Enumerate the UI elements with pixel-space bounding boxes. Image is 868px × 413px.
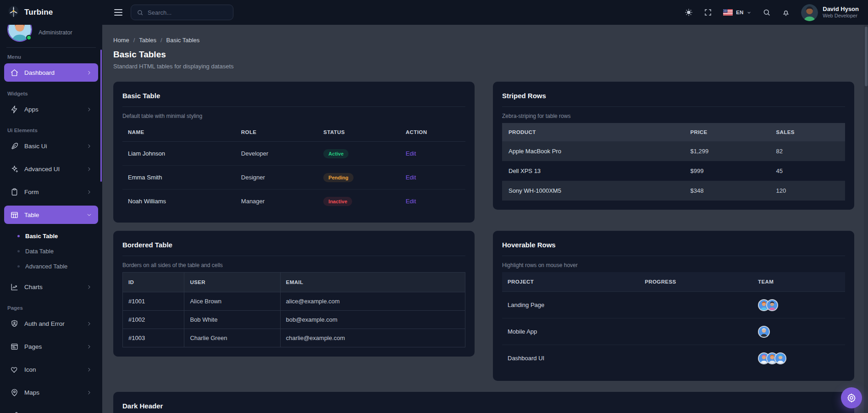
cell-id: #1002 (123, 310, 184, 329)
sidebar-item-auth-and-error[interactable]: Auth and Error (4, 314, 98, 333)
sidebar-divider (6, 47, 96, 48)
cell-team (752, 345, 845, 372)
sidebar-item-dashboard[interactable]: Dashboard (4, 63, 98, 82)
team-avatars (758, 352, 840, 364)
bullet-dot-icon (17, 235, 20, 237)
notifications-bell-icon[interactable] (782, 8, 790, 17)
cell-team (752, 318, 845, 345)
sidebar-scroll-area: Administrator MenuDashboardWidgetsAppsUi… (0, 25, 102, 413)
cell-id: #1001 (123, 292, 184, 310)
breadcrumb-tables[interactable]: Tables (139, 37, 156, 44)
sidebar-subitem-advanced-table[interactable]: Advanced Table (0, 259, 102, 274)
hoverable-table: PROJECT PROGRESS TEAM Landing PageMobile… (502, 272, 845, 372)
sidebar-item-form[interactable]: Form (4, 183, 98, 201)
user-title: Web Developer (823, 13, 859, 19)
col-header-product: PRODUCT (502, 123, 684, 141)
page-title: Basic Tables (113, 50, 854, 60)
team-member-avatar (766, 299, 778, 311)
card-subtitle: Borders on all sides of the table and ce… (122, 262, 465, 268)
app-root: Turbine Administrator MenuDashboardWidge… (0, 0, 868, 413)
sidebar-item-basic-ui[interactable]: Basic Ui (4, 137, 98, 155)
chevron-right-icon (86, 284, 92, 290)
sidebar-subitem-data-table[interactable]: Data Table (0, 244, 102, 259)
search-input[interactable] (148, 9, 227, 16)
sidebar-scrollbar-thumb[interactable] (100, 50, 102, 182)
cell-project: Landing Page (502, 292, 639, 318)
cell-role: Designer (236, 166, 318, 190)
topbar-search-icon[interactable] (763, 8, 771, 17)
shield-user-icon (10, 319, 19, 328)
hamburger-menu-icon[interactable] (114, 9, 122, 16)
sidebar-user-block[interactable]: Administrator (0, 25, 102, 42)
card-bordered-table: Bordered Table Borders on all sides of t… (113, 231, 475, 357)
page-scrollbar-thumb[interactable] (865, 27, 868, 86)
table-icon (10, 211, 19, 219)
table-row: Emma SmithDesignerPendingEdit (122, 166, 465, 190)
user-profile-menu[interactable]: David Hyson Web Developer (801, 4, 859, 21)
chevron-right-icon (86, 321, 92, 327)
table-row: Sony WH-1000XM5$348120 (502, 181, 845, 201)
chart-icon (10, 283, 19, 291)
bullet-dot-icon (17, 265, 20, 268)
user-avatar (801, 4, 818, 21)
cell-status: Pending (318, 166, 400, 190)
table-row: #1001Alice Brownalice@example.com (123, 292, 465, 310)
sidebar-item-multi-level[interactable]: Multi Level (4, 406, 98, 413)
page-scrollbar-track[interactable] (864, 25, 868, 413)
nav-section-label-menu: Menu (0, 50, 102, 63)
cell-progress (639, 345, 752, 372)
sidebar-item-pages[interactable]: Pages (4, 337, 98, 356)
bullet-dot-icon (17, 250, 20, 252)
pages-icon (10, 342, 19, 351)
sidebar-item-charts[interactable]: Charts (4, 278, 98, 296)
nav-section-label-pages: Pages (0, 301, 102, 314)
card-title: Bordered Table (122, 239, 465, 249)
sidebar-user-role: Administrator (39, 29, 72, 36)
edit-link[interactable]: Edit (406, 150, 416, 157)
chevron-right-icon (86, 344, 92, 350)
theme-toggle-sun-icon[interactable] (685, 8, 693, 17)
cell-name: Liam Johnson (122, 142, 236, 166)
chevron-down-icon (746, 10, 752, 15)
chevron-right-icon (86, 70, 92, 76)
settings-fab-button[interactable] (841, 387, 862, 408)
col-header-user: USER (184, 272, 280, 292)
edit-link[interactable]: Edit (406, 198, 416, 205)
heart-icon (10, 365, 19, 374)
col-header-status: STATUS (318, 123, 400, 142)
breadcrumb-home[interactable]: Home (113, 37, 129, 44)
sidebar-subitem-basic-table[interactable]: Basic Table (0, 229, 102, 244)
table-row[interactable]: Mobile App (502, 318, 845, 345)
table-row[interactable]: Dashboard UI (502, 345, 845, 372)
fullscreen-icon[interactable] (704, 8, 712, 17)
status-badge: Active (323, 149, 348, 158)
team-member-avatar (758, 326, 770, 338)
sidebar: Turbine Administrator MenuDashboardWidge… (0, 0, 102, 413)
cell-product: Dell XPS 13 (502, 161, 684, 181)
card-title: Dark Header (122, 400, 845, 410)
main-column: EN David Hyson Web Developer (102, 0, 868, 413)
sidebar-item-icon[interactable]: Icon (4, 360, 98, 379)
page-content: Home / Tables / Basic Tables Basic Table… (102, 25, 868, 413)
sidebar-item-maps[interactable]: Maps (4, 383, 98, 402)
sidebar-item-apps[interactable]: Apps (4, 100, 98, 118)
brand-name: Turbine (24, 8, 53, 17)
breadcrumb-current: Basic Tables (166, 37, 200, 44)
sidebar-item-table[interactable]: Table (4, 206, 98, 224)
search-icon (137, 9, 144, 16)
cell-project: Mobile App (502, 318, 639, 345)
status-badge: Pending (323, 173, 353, 182)
table-row[interactable]: Landing Page (502, 292, 845, 318)
cell-role: Manager (236, 190, 318, 213)
sidebar-item-advanced-ui[interactable]: Advanced UI (4, 160, 98, 178)
cell-progress (639, 292, 752, 318)
search-box[interactable] (131, 5, 233, 20)
brand-block[interactable]: Turbine (0, 0, 102, 25)
language-selector[interactable]: EN (723, 9, 752, 16)
col-header-id: ID (123, 272, 184, 292)
zap-icon (10, 105, 19, 114)
card-title: Hoverable Rows (502, 239, 845, 249)
topbar: EN David Hyson Web Developer (102, 0, 868, 25)
card-subtitle: Zebra-striping for table rows (502, 113, 845, 119)
edit-link[interactable]: Edit (406, 174, 416, 181)
